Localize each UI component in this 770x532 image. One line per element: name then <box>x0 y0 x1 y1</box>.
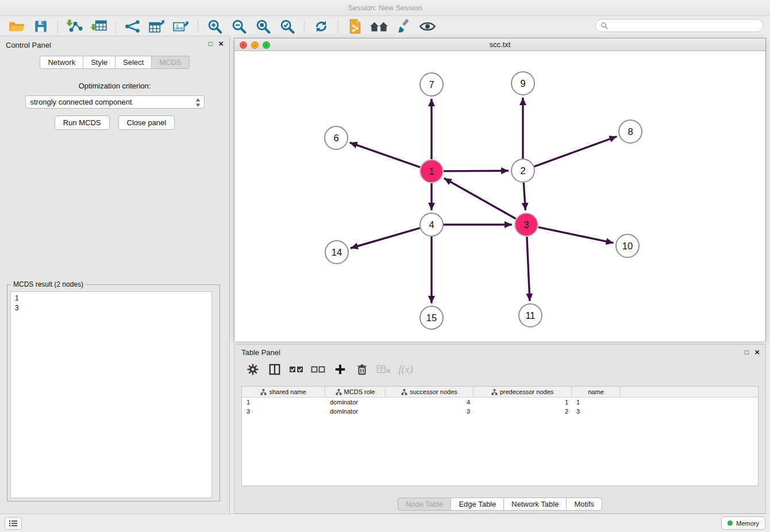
cell-predecessor-nodes[interactable]: 2 <box>473 407 572 416</box>
zoom-window-icon[interactable]: + <box>263 41 270 49</box>
cell-mcds-role[interactable]: dominator <box>325 407 386 416</box>
select-all-columns-button[interactable] <box>287 361 306 377</box>
column-type-icon <box>260 389 267 395</box>
import-table-icon <box>90 19 107 34</box>
column-header-predecessor-nodes[interactable]: predecessor nodes <box>473 387 572 397</box>
node-label-3: 3 <box>523 219 529 230</box>
app: { "window": { "title": "Session: New Ses… <box>0 0 770 532</box>
node-label-10: 10 <box>622 241 633 251</box>
task-history-button[interactable] <box>5 517 22 530</box>
zoom-selected-icon <box>279 18 295 34</box>
cell-name[interactable]: 3 <box>572 407 621 416</box>
mcds-result-list[interactable]: 1 3 <box>10 291 212 498</box>
toolbar-separator <box>304 20 305 33</box>
column-header-name[interactable]: name <box>572 387 621 397</box>
export-table-button[interactable] <box>146 17 168 36</box>
network-canvas-svg[interactable]: 7968124314101511 <box>234 51 765 341</box>
column-header-label: successor nodes <box>410 388 457 395</box>
table-settings-button[interactable] <box>244 361 262 377</box>
zoom-fit-button[interactable] <box>252 17 274 36</box>
edge-3-11[interactable] <box>527 237 530 301</box>
toolbar-separator <box>57 20 58 33</box>
import-table-button[interactable] <box>88 17 110 36</box>
tab-network[interactable]: Network <box>40 56 83 69</box>
float-panel-icon[interactable]: □ <box>209 40 213 48</box>
edge-1-6[interactable] <box>350 142 421 167</box>
export-image-button[interactable] <box>170 17 192 36</box>
float-table-panel-icon[interactable]: □ <box>745 348 749 356</box>
deselect-all-columns-button[interactable] <box>309 361 328 377</box>
node-label-15: 15 <box>426 313 437 323</box>
tab-motifs[interactable]: Motifs <box>567 498 602 511</box>
create-column-button[interactable] <box>331 361 349 377</box>
save-session-button[interactable] <box>30 17 52 36</box>
tab-network-table[interactable]: Network Table <box>504 498 567 511</box>
home-icon <box>369 19 389 34</box>
cell-shared-name[interactable]: 3 <box>242 407 325 416</box>
table-toolbar: f(x) <box>234 360 765 379</box>
zoom-in-button[interactable] <box>204 17 226 36</box>
run-mcds-button[interactable]: Run MCDS <box>55 115 110 130</box>
column-header-label: predecessor nodes <box>500 388 554 395</box>
edge-1-2[interactable] <box>444 171 509 171</box>
close-window-icon[interactable]: × <box>240 41 247 49</box>
search-box[interactable] <box>595 19 763 32</box>
open-folder-icon <box>8 19 25 34</box>
edge-2-3[interactable] <box>523 183 525 210</box>
optimization-criterion-dropdown[interactable]: strongly connected component <box>25 95 205 109</box>
refresh-button[interactable] <box>310 17 332 36</box>
trash-icon <box>356 363 368 376</box>
show-columns-button[interactable] <box>265 361 284 377</box>
control-panel-tabs: Network Style Select MCDS <box>0 56 229 69</box>
node-table[interactable]: shared name MCDS role successor <box>241 386 759 486</box>
paint-brush-icon <box>396 19 411 34</box>
edge-3-10[interactable] <box>538 227 614 243</box>
edge-3-1[interactable] <box>444 178 516 218</box>
minimize-window-icon[interactable]: − <box>251 41 259 49</box>
mcds-result-group-title: MCDS result (2 nodes) <box>11 280 86 288</box>
tab-mcds[interactable]: MCDS <box>152 56 189 69</box>
dropdown-stepper-icon <box>195 98 201 107</box>
delete-column-button[interactable] <box>353 361 371 377</box>
table-row[interactable]: 1 dominator 4 1 1 <box>242 398 758 407</box>
search-icon <box>600 22 608 29</box>
cell-name[interactable]: 1 <box>572 398 621 407</box>
edge-2-8[interactable] <box>534 137 617 167</box>
network-options-button[interactable] <box>122 17 144 36</box>
import-network-button[interactable] <box>64 17 86 36</box>
delete-table-icon <box>376 364 391 375</box>
node-label-7: 7 <box>429 79 434 90</box>
toolbar-separator <box>116 20 116 33</box>
cell-predecessor-nodes[interactable]: 1 <box>473 398 572 407</box>
node-label-2: 2 <box>520 165 525 176</box>
search-input[interactable] <box>611 22 763 30</box>
delete-table-button[interactable] <box>375 361 393 377</box>
main-toolbar <box>0 16 770 37</box>
zoom-out-button[interactable] <box>228 17 250 36</box>
tab-edge-table[interactable]: Edge Table <box>451 498 504 511</box>
tab-style[interactable]: Style <box>83 56 116 69</box>
cell-mcds-role[interactable]: dominator <box>325 398 386 407</box>
show-graphics-details-button[interactable] <box>417 17 438 36</box>
close-panel-button[interactable]: Close panel <box>118 115 175 130</box>
tab-node-table[interactable]: Node Table <box>398 498 452 511</box>
column-header-successor-nodes[interactable]: successor nodes <box>386 387 473 397</box>
table-row[interactable]: 3 dominator 3 2 3 <box>242 407 758 416</box>
open-session-button[interactable] <box>6 17 28 36</box>
function-builder-button[interactable]: f(x) <box>396 361 415 377</box>
close-panel-icon[interactable]: × <box>218 40 224 47</box>
memory-button[interactable]: Memory <box>721 516 765 530</box>
edge-4-14[interactable] <box>351 228 420 248</box>
column-header-mcds-role[interactable]: MCDS role <box>325 387 386 397</box>
apply-style-button[interactable] <box>392 17 414 36</box>
column-header-shared-name[interactable]: shared name <box>242 387 325 397</box>
zoom-selected-button[interactable] <box>276 17 298 36</box>
new-network-from-selection-button[interactable] <box>344 17 366 36</box>
tab-select[interactable]: Select <box>116 56 152 69</box>
cell-successor-nodes[interactable]: 4 <box>386 398 473 407</box>
cell-successor-nodes[interactable]: 3 <box>386 407 473 416</box>
close-table-panel-icon[interactable]: × <box>754 349 760 356</box>
show-hide-panels-button[interactable] <box>368 17 390 36</box>
node-label-11: 11 <box>525 310 535 321</box>
cell-shared-name[interactable]: 1 <box>242 398 325 407</box>
